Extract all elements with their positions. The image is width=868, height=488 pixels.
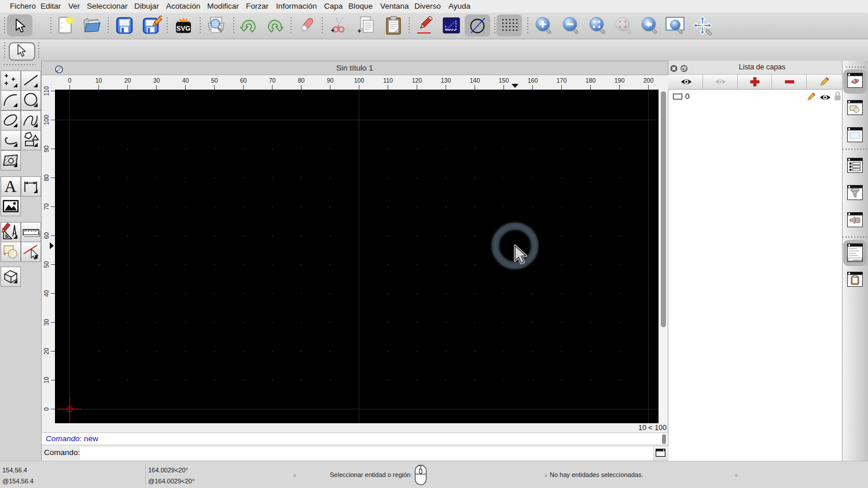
svg-text:200: 200	[643, 77, 654, 84]
svg-text:150: 150	[499, 77, 509, 84]
svg-text:20: 20	[124, 77, 131, 84]
svg-text:120: 120	[412, 77, 422, 84]
svg-text:30: 30	[153, 77, 160, 84]
svg-text:90: 90	[43, 146, 50, 153]
svg-text:80: 80	[298, 77, 305, 84]
svg-text:90: 90	[327, 77, 334, 84]
svg-text:60: 60	[240, 77, 247, 84]
svg-text:190: 190	[615, 77, 625, 84]
svg-text:70: 70	[269, 77, 276, 84]
svg-text:100: 100	[354, 77, 365, 84]
svg-text:10: 10	[95, 77, 102, 84]
svg-text:50: 50	[211, 77, 218, 84]
svg-text:110: 110	[43, 86, 50, 96]
svg-text:20: 20	[43, 348, 50, 355]
svg-text:0: 0	[68, 77, 72, 84]
svg-text:100: 100	[43, 115, 50, 125]
svg-text:40: 40	[43, 290, 50, 297]
svg-text:10: 10	[43, 377, 50, 384]
svg-text:0: 0	[43, 407, 50, 411]
svg-text:60: 60	[43, 232, 50, 239]
svg-text:110: 110	[383, 77, 393, 84]
svg-text:80: 80	[43, 175, 50, 182]
svg-text:160: 160	[528, 77, 538, 84]
svg-text:70: 70	[43, 204, 50, 210]
svg-text:140: 140	[470, 77, 480, 84]
svg-text:170: 170	[557, 77, 567, 84]
svg-text:>_command: >_command	[849, 258, 863, 261]
svg-text:50: 50	[43, 261, 50, 268]
svg-text:30: 30	[43, 319, 50, 326]
svg-text:SVG: SVG	[176, 25, 190, 32]
svg-text:130: 130	[441, 77, 451, 84]
svg-text:180: 180	[586, 77, 596, 84]
svg-text:40: 40	[182, 77, 189, 84]
svg-text:A: A	[5, 177, 17, 195]
